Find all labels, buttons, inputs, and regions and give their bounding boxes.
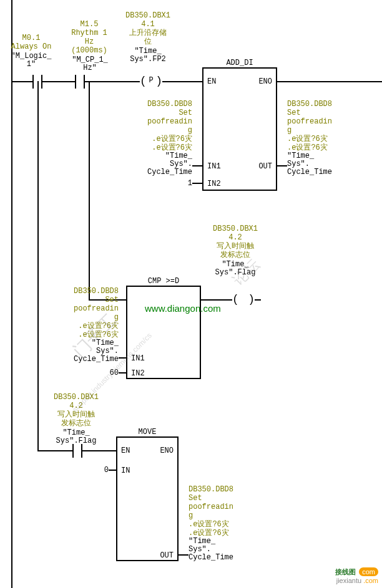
move-out-l1: Set xyxy=(189,494,263,503)
wire-r1-c xyxy=(89,81,134,82)
fbox-add-di: ADD_DI EN ENO IN1 OUT IN2 xyxy=(202,67,277,191)
wire-cmp-in2 xyxy=(119,372,126,374)
add-di-out: OUT xyxy=(258,162,272,171)
coil-p: ( P ) xyxy=(134,75,169,89)
r3-c-desc: 写入时间触发标志位 xyxy=(45,410,107,428)
cmp-title: CMP >=D xyxy=(127,277,200,286)
wire-r1-eno xyxy=(277,81,382,82)
wire-r2-b xyxy=(201,299,226,301)
cmp-in2-val: 60 xyxy=(105,369,119,377)
r3-c-addr: DB350.DBX1 xyxy=(45,393,107,402)
move-out-l4: .e设置?6灾 xyxy=(189,520,263,529)
c2-addr: M1.5 xyxy=(67,20,111,29)
power-rail-left xyxy=(11,0,12,588)
cmp-in1: IN1 xyxy=(131,354,145,363)
pcoil-addr2: 4.1 xyxy=(120,20,176,29)
move-out-l5: .e设置?6灾 xyxy=(189,529,263,537)
r3-c-addr2: 4.2 xyxy=(45,402,107,410)
addi-in1-sym: "Time_Sys".Cycle_Time xyxy=(117,152,192,176)
watermark-url: www.diangon.com xyxy=(145,304,257,313)
move-out-sym: "Time_Sys".Cycle_Time xyxy=(189,537,263,562)
move-eno: ENO xyxy=(160,446,174,455)
addi-out-l3: g xyxy=(287,126,362,135)
add-di-en: EN xyxy=(207,77,216,86)
wire-r1-a xyxy=(11,81,29,82)
addi-out-addr: DB350.DBD8 xyxy=(287,100,362,108)
add-di-title: ADD_DI xyxy=(203,59,276,67)
contact-flag xyxy=(69,444,86,458)
addi-in1-l3: g xyxy=(117,126,192,135)
wire-r3-a xyxy=(37,450,69,451)
addi-in1-l2: poofreadin xyxy=(117,117,192,126)
move-in-val: 0 xyxy=(99,466,109,475)
move-in: IN xyxy=(121,466,130,475)
r2-coil-addr2: 4.2 xyxy=(201,233,270,242)
c1-desc: Always On xyxy=(6,42,56,51)
pcoil-addr: DB350.DBX1 xyxy=(120,11,176,20)
c2-desc2: (1000ms) xyxy=(67,46,111,55)
wire-addi-in2 xyxy=(192,183,202,184)
c2-desc1: Rhythm 1Hz xyxy=(62,29,116,46)
cmp-in2: IN2 xyxy=(131,369,145,378)
c1-sym: "M_Logic_1" xyxy=(6,52,56,69)
branch-vert-1 xyxy=(89,81,90,301)
addi-in2-val: 1 xyxy=(181,179,192,188)
wire-addi-in1 xyxy=(192,165,202,166)
wire-move-in xyxy=(109,470,116,471)
r3-c-sym: "Time_Sys".Flag xyxy=(45,429,107,445)
contact-m1-5 xyxy=(71,75,89,89)
wire-r1-b xyxy=(46,81,71,82)
cmp-in1-sym: "Time_Sys".Cycle_Time xyxy=(44,339,119,364)
wire-r3-b xyxy=(86,450,116,451)
branch-vert-2 xyxy=(37,81,39,451)
addi-out-l2: poofreadin xyxy=(287,117,362,126)
fbox-cmp: CMP >=D IN1 IN2 xyxy=(126,286,201,379)
wire-cmp-in1 xyxy=(119,357,126,359)
move-title: MOVE xyxy=(117,428,177,436)
move-out: OUT xyxy=(160,551,174,560)
pcoil-desc: 上升沿存储位 xyxy=(120,29,176,46)
move-out-addr: DB350.DBD8 xyxy=(189,485,263,494)
fbox-move: MOVE EN ENO IN OUT xyxy=(116,436,179,561)
cmp-in1-l3: g xyxy=(44,313,119,322)
cmp-in1-l4: .e设置?6灾 xyxy=(44,322,119,330)
move-en: EN xyxy=(121,446,130,455)
addi-out-l1: Set xyxy=(287,108,362,117)
r2-coil-desc: 写入时间触发标志位 xyxy=(201,242,270,259)
addi-out-l4: .e设置?6灾 xyxy=(287,135,362,143)
addi-out-l5: .e设置?6灾 xyxy=(287,143,362,152)
wire-addi-out xyxy=(277,165,287,166)
cmp-in1-l1: Set xyxy=(44,296,119,304)
footer-mark: 接线图 com jiexiantu .com xyxy=(335,567,378,584)
addi-in1-l5: .e设置?6灾 xyxy=(117,143,192,152)
c1-addr: M0.1 xyxy=(12,34,50,42)
cmp-in1-addr: DB350.DBD8 xyxy=(44,287,119,296)
move-out-l3: g xyxy=(189,511,263,520)
wire-move-out xyxy=(179,554,189,556)
move-out-l2: poofreadin xyxy=(189,503,263,511)
add-di-in1: IN1 xyxy=(207,162,221,171)
addi-out-sym: "Time_Sys".Cycle_Time xyxy=(287,152,362,176)
cmp-in1-l2: poofreadin xyxy=(44,304,119,313)
addi-in1-l1: Set xyxy=(117,108,192,117)
wire-r1-d xyxy=(169,81,202,82)
addi-in1-l4: .e设置?6灾 xyxy=(117,135,192,143)
addi-in1-addr: DB350.DBD8 xyxy=(117,100,192,108)
r2-coil-addr: DB350.DBX1 xyxy=(201,224,270,233)
pcoil-sym: "Time_Sys".FP2 xyxy=(120,47,176,64)
add-di-in2: IN2 xyxy=(207,180,221,188)
add-di-eno: ENO xyxy=(258,77,272,86)
cmp-in1-l5: .e设置?6灾 xyxy=(44,330,119,339)
r2-coil-sym: "Time_Sys".Flag xyxy=(201,261,270,277)
c2-sym: "M_CP_1_Hz" xyxy=(65,56,115,72)
